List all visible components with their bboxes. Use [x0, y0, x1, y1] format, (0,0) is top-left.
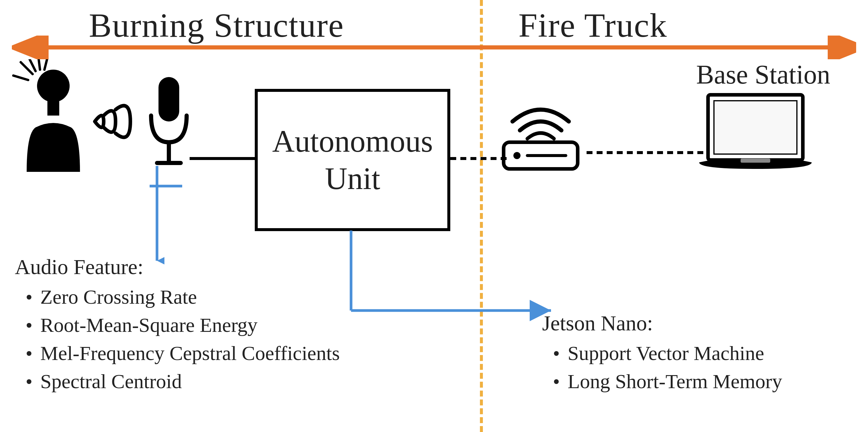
svg-line-4	[38, 59, 40, 70]
list-item: Long Short-Term Memory	[554, 370, 782, 393]
list-item: Mel-Frequency Cepstral Coefficients	[27, 342, 340, 365]
svg-line-2	[13, 75, 28, 80]
svg-rect-7	[48, 101, 59, 116]
svg-rect-19	[741, 158, 770, 163]
bullet-dot	[27, 351, 31, 356]
autonomous-unit-label: AutonomousUnit	[272, 123, 433, 197]
bullet-dot	[554, 351, 559, 356]
audio-feature-section: Audio Feature: Zero Crossing Rate Root-M…	[15, 255, 340, 398]
line-mic-to-box	[190, 154, 261, 163]
svg-point-14	[514, 152, 521, 159]
jetson-nano-title: Jetson Nano:	[542, 311, 782, 336]
list-item: Spectral Centroid	[27, 370, 340, 393]
audio-feature-list: Zero Crossing Rate Root-Mean-Square Ener…	[27, 285, 340, 393]
audio-feature-title: Audio Feature:	[15, 255, 340, 279]
fire-truck-label: Fire Truck	[519, 6, 667, 45]
laptop-icon	[699, 92, 812, 184]
bullet-dot	[27, 295, 31, 300]
base-station-label: Base Station	[696, 59, 830, 90]
svg-line-5	[44, 59, 48, 70]
blue-horizontal-connector	[150, 183, 185, 189]
svg-rect-18	[714, 101, 797, 154]
sound-waves-icon	[89, 95, 133, 148]
line-router-to-laptop	[587, 148, 705, 157]
bullet-dot	[27, 323, 31, 328]
bullet-dot	[554, 379, 559, 384]
blue-l-shape	[338, 230, 554, 322]
vertical-divider	[480, 0, 483, 432]
burning-structure-label: Burning Structure	[89, 6, 344, 45]
svg-rect-8	[158, 77, 179, 122]
blue-arrow-down	[150, 166, 164, 267]
jetson-nano-list: Support Vector Machine Long Short-Term M…	[554, 342, 782, 393]
jetson-nano-section: Jetson Nano: Support Vector Machine Long…	[542, 311, 782, 398]
person-icon	[6, 59, 101, 178]
autonomous-unit-box: AutonomousUnit	[255, 89, 450, 231]
svg-line-3	[30, 59, 36, 71]
list-item: Support Vector Machine	[554, 342, 782, 365]
microphone-icon	[145, 74, 192, 169]
list-item: Zero Crossing Rate	[27, 285, 340, 309]
svg-point-6	[37, 70, 70, 102]
list-item: Root-Mean-Square Energy	[27, 313, 340, 337]
diagram-container: Burning Structure Fire Truck Base Statio…	[0, 0, 868, 432]
router-icon	[495, 95, 587, 178]
bullet-dot	[27, 379, 31, 384]
